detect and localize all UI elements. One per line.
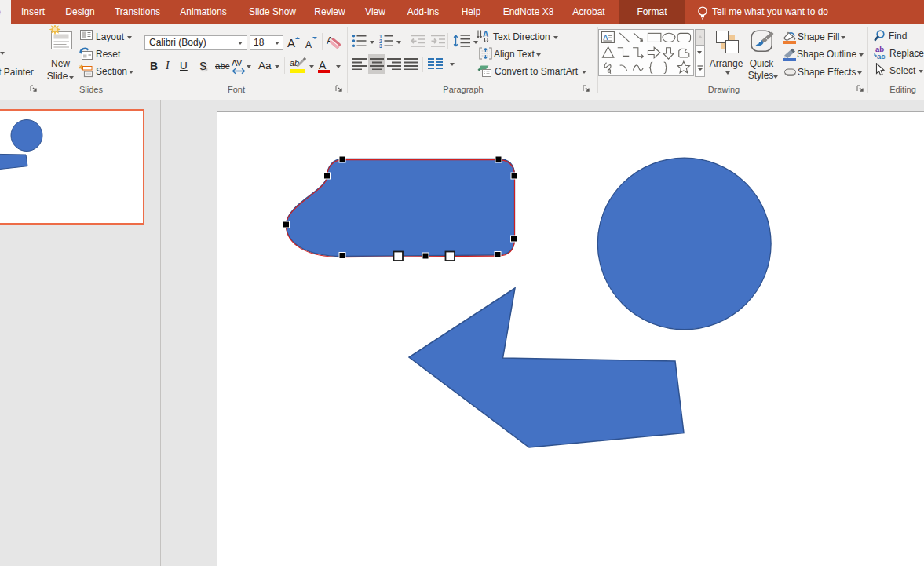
svg-text:ac: ac: [877, 52, 886, 60]
svg-text:A: A: [483, 30, 488, 38]
svg-text:3: 3: [379, 43, 382, 49]
